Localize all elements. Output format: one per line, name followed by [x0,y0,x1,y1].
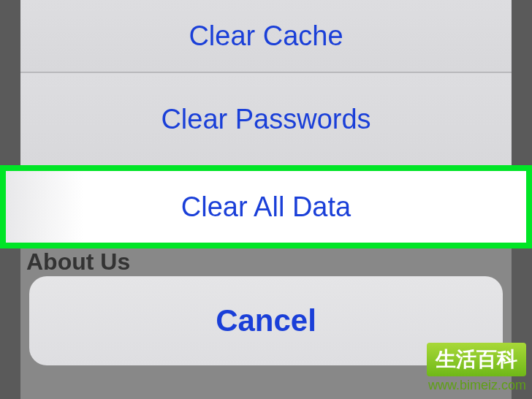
clear-all-data-button[interactable]: Clear All Data [0,165,532,248]
clear-cache-button[interactable]: Clear Cache [20,0,512,73]
watermark-url: www.bimeiz.com [427,378,526,393]
watermark-title: 生活百科 [427,343,526,376]
clear-cache-label: Clear Cache [189,20,343,52]
clear-passwords-button[interactable]: Clear Passwords [20,73,512,165]
watermark: 生活百科 www.bimeiz.com [427,343,526,393]
about-us-text: About Us [26,248,130,276]
clear-all-data-label: Clear All Data [181,191,351,223]
clear-passwords-label: Clear Passwords [161,104,370,135]
cancel-label: Cancel [216,303,316,338]
